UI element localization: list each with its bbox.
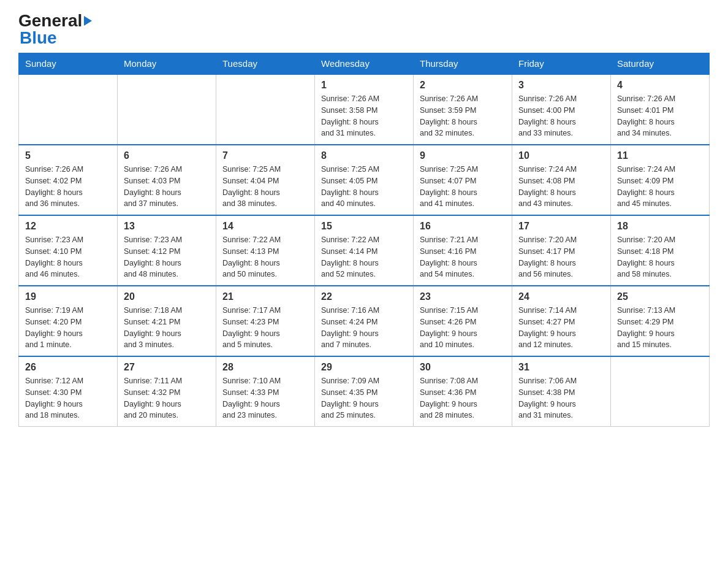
day-number: 17 (518, 221, 604, 232)
day-number: 5 (25, 150, 111, 161)
day-info: Sunrise: 7:09 AMSunset: 4:35 PMDaylight:… (321, 375, 407, 421)
day-info: Sunrise: 7:26 AMSunset: 4:03 PMDaylight:… (124, 164, 210, 210)
week-row-2: 5Sunrise: 7:26 AMSunset: 4:02 PMDaylight… (19, 145, 710, 215)
calendar-table: SundayMondayTuesdayWednesdayThursdayFrid… (18, 53, 710, 427)
logo-blue-text: Blue (20, 28, 57, 47)
day-number: 9 (420, 150, 506, 161)
day-info: Sunrise: 7:26 AMSunset: 3:59 PMDaylight:… (420, 93, 506, 139)
day-number: 18 (617, 221, 703, 232)
calendar-cell: 26Sunrise: 7:12 AMSunset: 4:30 PMDayligh… (19, 356, 118, 427)
day-number: 1 (321, 80, 407, 91)
calendar-cell: 4Sunrise: 7:26 AMSunset: 4:01 PMDaylight… (611, 74, 710, 145)
calendar-cell: 30Sunrise: 7:08 AMSunset: 4:36 PMDayligh… (414, 356, 512, 427)
week-row-4: 19Sunrise: 7:19 AMSunset: 4:20 PMDayligh… (19, 286, 710, 356)
day-number: 13 (124, 221, 210, 232)
logo: GeneralBlue (18, 12, 92, 47)
day-number: 11 (617, 150, 703, 161)
day-info: Sunrise: 7:10 AMSunset: 4:33 PMDaylight:… (222, 375, 308, 421)
calendar-cell: 28Sunrise: 7:10 AMSunset: 4:33 PMDayligh… (216, 356, 315, 427)
day-info: Sunrise: 7:25 AMSunset: 4:07 PMDaylight:… (420, 164, 506, 210)
day-info: Sunrise: 7:16 AMSunset: 4:24 PMDaylight:… (321, 305, 407, 351)
weekday-header-friday: Friday (512, 53, 611, 75)
day-info: Sunrise: 7:26 AMSunset: 4:01 PMDaylight:… (617, 93, 703, 139)
day-info: Sunrise: 7:26 AMSunset: 3:58 PMDaylight:… (321, 93, 407, 139)
calendar-cell: 1Sunrise: 7:26 AMSunset: 3:58 PMDaylight… (315, 74, 414, 145)
day-info: Sunrise: 7:15 AMSunset: 4:26 PMDaylight:… (420, 305, 506, 351)
day-number: 16 (420, 221, 506, 232)
day-info: Sunrise: 7:08 AMSunset: 4:36 PMDaylight:… (420, 375, 506, 421)
calendar-cell: 10Sunrise: 7:24 AMSunset: 4:08 PMDayligh… (512, 145, 611, 215)
day-info: Sunrise: 7:12 AMSunset: 4:30 PMDaylight:… (25, 375, 111, 421)
day-number: 8 (321, 150, 407, 161)
day-info: Sunrise: 7:19 AMSunset: 4:20 PMDaylight:… (25, 305, 111, 351)
day-info: Sunrise: 7:17 AMSunset: 4:23 PMDaylight:… (222, 305, 308, 351)
day-number: 3 (518, 80, 604, 91)
calendar-cell: 18Sunrise: 7:20 AMSunset: 4:18 PMDayligh… (611, 215, 710, 286)
day-info: Sunrise: 7:23 AMSunset: 4:12 PMDaylight:… (124, 234, 210, 280)
calendar-cell: 8Sunrise: 7:25 AMSunset: 4:05 PMDaylight… (315, 145, 414, 215)
calendar-cell: 20Sunrise: 7:18 AMSunset: 4:21 PMDayligh… (118, 286, 216, 356)
day-number: 25 (617, 291, 703, 302)
calendar-cell: 14Sunrise: 7:22 AMSunset: 4:13 PMDayligh… (216, 215, 315, 286)
day-number: 6 (124, 150, 210, 161)
weekday-header-monday: Monday (118, 53, 216, 75)
calendar-cell: 9Sunrise: 7:25 AMSunset: 4:07 PMDaylight… (414, 145, 512, 215)
week-row-3: 12Sunrise: 7:23 AMSunset: 4:10 PMDayligh… (19, 215, 710, 286)
week-row-5: 26Sunrise: 7:12 AMSunset: 4:30 PMDayligh… (19, 356, 710, 427)
calendar-cell: 12Sunrise: 7:23 AMSunset: 4:10 PMDayligh… (19, 215, 118, 286)
day-info: Sunrise: 7:23 AMSunset: 4:10 PMDaylight:… (25, 234, 111, 280)
calendar-cell: 15Sunrise: 7:22 AMSunset: 4:14 PMDayligh… (315, 215, 414, 286)
day-number: 23 (420, 291, 506, 302)
calendar-cell: 2Sunrise: 7:26 AMSunset: 3:59 PMDaylight… (414, 74, 512, 145)
logo-general-text: General (18, 12, 82, 29)
calendar-cell: 3Sunrise: 7:26 AMSunset: 4:00 PMDaylight… (512, 74, 611, 145)
day-number: 28 (222, 362, 308, 373)
day-info: Sunrise: 7:22 AMSunset: 4:14 PMDaylight:… (321, 234, 407, 280)
day-number: 30 (420, 362, 506, 373)
day-number: 21 (222, 291, 308, 302)
day-number: 2 (420, 80, 506, 91)
calendar-cell: 5Sunrise: 7:26 AMSunset: 4:02 PMDaylight… (19, 145, 118, 215)
day-info: Sunrise: 7:06 AMSunset: 4:38 PMDaylight:… (518, 375, 604, 421)
day-number: 12 (25, 221, 111, 232)
calendar-cell: 7Sunrise: 7:25 AMSunset: 4:04 PMDaylight… (216, 145, 315, 215)
logo-triangle-icon (84, 16, 92, 26)
day-number: 27 (124, 362, 210, 373)
day-number: 10 (518, 150, 604, 161)
day-number: 7 (222, 150, 308, 161)
weekday-header-thursday: Thursday (414, 53, 512, 75)
day-info: Sunrise: 7:20 AMSunset: 4:17 PMDaylight:… (518, 234, 604, 280)
calendar-cell: 27Sunrise: 7:11 AMSunset: 4:32 PMDayligh… (118, 356, 216, 427)
calendar-cell: 24Sunrise: 7:14 AMSunset: 4:27 PMDayligh… (512, 286, 611, 356)
day-number: 29 (321, 362, 407, 373)
day-info: Sunrise: 7:24 AMSunset: 4:08 PMDaylight:… (518, 164, 604, 210)
day-number: 14 (222, 221, 308, 232)
weekday-header-tuesday: Tuesday (216, 53, 315, 75)
calendar-cell: 29Sunrise: 7:09 AMSunset: 4:35 PMDayligh… (315, 356, 414, 427)
calendar-cell: 6Sunrise: 7:26 AMSunset: 4:03 PMDaylight… (118, 145, 216, 215)
weekday-header-row: SundayMondayTuesdayWednesdayThursdayFrid… (19, 53, 710, 75)
day-number: 24 (518, 291, 604, 302)
calendar-cell: 21Sunrise: 7:17 AMSunset: 4:23 PMDayligh… (216, 286, 315, 356)
day-number: 31 (518, 362, 604, 373)
calendar-cell: 23Sunrise: 7:15 AMSunset: 4:26 PMDayligh… (414, 286, 512, 356)
calendar-cell (216, 74, 315, 145)
day-info: Sunrise: 7:22 AMSunset: 4:13 PMDaylight:… (222, 234, 308, 280)
calendar-cell: 11Sunrise: 7:24 AMSunset: 4:09 PMDayligh… (611, 145, 710, 215)
day-info: Sunrise: 7:11 AMSunset: 4:32 PMDaylight:… (124, 375, 210, 421)
day-number: 22 (321, 291, 407, 302)
calendar-cell: 19Sunrise: 7:19 AMSunset: 4:20 PMDayligh… (19, 286, 118, 356)
day-info: Sunrise: 7:18 AMSunset: 4:21 PMDaylight:… (124, 305, 210, 351)
calendar-cell: 13Sunrise: 7:23 AMSunset: 4:12 PMDayligh… (118, 215, 216, 286)
calendar-cell (611, 356, 710, 427)
day-number: 4 (617, 80, 703, 91)
page-header: GeneralBlue (18, 12, 710, 47)
weekday-header-saturday: Saturday (611, 53, 710, 75)
calendar-cell: 31Sunrise: 7:06 AMSunset: 4:38 PMDayligh… (512, 356, 611, 427)
calendar-cell (118, 74, 216, 145)
day-info: Sunrise: 7:26 AMSunset: 4:02 PMDaylight:… (25, 164, 111, 210)
day-info: Sunrise: 7:14 AMSunset: 4:27 PMDaylight:… (518, 305, 604, 351)
day-number: 15 (321, 221, 407, 232)
calendar-cell: 22Sunrise: 7:16 AMSunset: 4:24 PMDayligh… (315, 286, 414, 356)
calendar-cell (19, 74, 118, 145)
